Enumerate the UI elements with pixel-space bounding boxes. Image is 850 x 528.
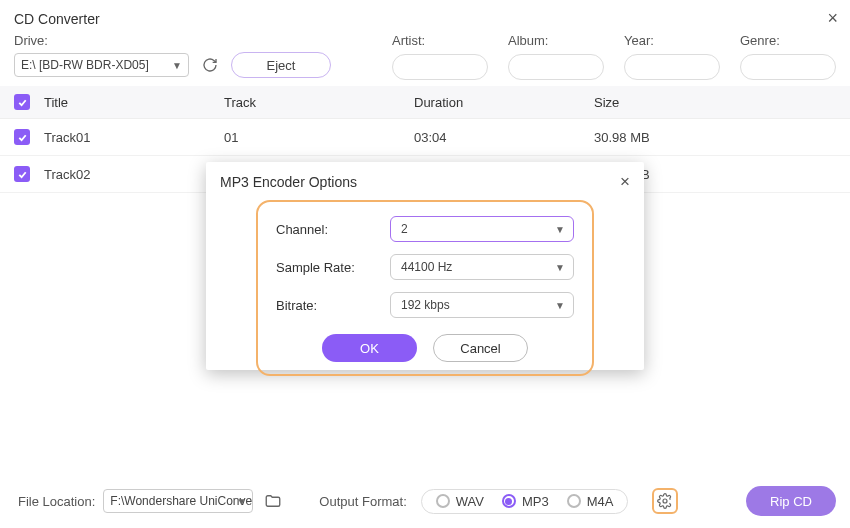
radio-icon — [436, 494, 450, 508]
open-folder-button[interactable] — [263, 492, 283, 510]
album-label: Album: — [508, 33, 604, 48]
radio-icon — [567, 494, 581, 508]
sample-rate-label: Sample Rate: — [276, 260, 370, 275]
rip-cd-button[interactable]: Rip CD — [746, 486, 836, 516]
channel-label: Channel: — [276, 222, 370, 237]
cell-title: Track02 — [44, 167, 224, 182]
encoder-options-dialog: MP3 Encoder Options × Channel: 2 ▼ Sampl… — [206, 162, 644, 370]
eject-button[interactable]: Eject — [231, 52, 331, 78]
channel-value: 2 — [401, 222, 408, 236]
file-location-label: File Location: — [18, 494, 95, 509]
genre-label: Genre: — [740, 33, 836, 48]
col-size: Size — [594, 95, 836, 110]
chevron-down-icon: ▼ — [555, 224, 565, 235]
select-all-checkbox[interactable] — [14, 94, 30, 110]
format-mp3-radio[interactable]: MP3 — [502, 494, 549, 509]
chevron-down-icon: ▼ — [555, 300, 565, 311]
drive-select[interactable]: E:\ [BD-RW BDR-XD05] ▼ — [14, 53, 189, 77]
col-title: Title — [44, 95, 224, 110]
cell-duration: 03:04 — [414, 130, 594, 145]
gear-icon — [657, 493, 673, 509]
eject-label: Eject — [267, 58, 296, 73]
drive-value: E:\ [BD-RW BDR-XD05] — [21, 58, 149, 72]
refresh-button[interactable] — [199, 54, 221, 76]
chevron-down-icon: ▼ — [555, 262, 565, 273]
year-label: Year: — [624, 33, 720, 48]
chevron-down-icon: ▼ — [236, 496, 246, 507]
cancel-label: Cancel — [460, 341, 500, 356]
rip-cd-label: Rip CD — [770, 494, 812, 509]
format-wav-label: WAV — [456, 494, 484, 509]
row-checkbox[interactable] — [14, 129, 30, 145]
artist-label: Artist: — [392, 33, 488, 48]
output-format-group: WAV MP3 M4A — [421, 489, 629, 514]
ok-button[interactable]: OK — [322, 334, 417, 362]
ok-label: OK — [360, 341, 379, 356]
table-head: Title Track Duration Size — [0, 86, 850, 119]
radio-icon — [502, 494, 516, 508]
cell-size: 30.98 MB — [594, 130, 836, 145]
table-row[interactable]: Track01 01 03:04 30.98 MB — [0, 119, 850, 156]
format-mp3-label: MP3 — [522, 494, 549, 509]
format-m4a-radio[interactable]: M4A — [567, 494, 614, 509]
sample-rate-select[interactable]: 44100 Hz ▼ — [390, 254, 574, 280]
bitrate-select[interactable]: 192 kbps ▼ — [390, 292, 574, 318]
svg-point-0 — [663, 499, 667, 503]
chevron-down-icon: ▼ — [172, 60, 182, 71]
output-format-label: Output Format: — [319, 494, 406, 509]
row-checkbox[interactable] — [14, 166, 30, 182]
bitrate-value: 192 kbps — [401, 298, 450, 312]
genre-input[interactable] — [740, 54, 836, 80]
format-m4a-label: M4A — [587, 494, 614, 509]
window-title: CD Converter — [14, 11, 100, 27]
dialog-title: MP3 Encoder Options — [220, 174, 357, 190]
channel-select[interactable]: 2 ▼ — [390, 216, 574, 242]
album-input[interactable] — [508, 54, 604, 80]
cell-title: Track01 — [44, 130, 224, 145]
col-track: Track — [224, 95, 414, 110]
file-location-value: F:\Wondershare UniConverter — [110, 494, 253, 508]
format-wav-radio[interactable]: WAV — [436, 494, 484, 509]
refresh-icon — [202, 57, 218, 73]
bitrate-label: Bitrate: — [276, 298, 370, 313]
close-icon[interactable]: × — [827, 8, 838, 29]
sample-rate-value: 44100 Hz — [401, 260, 452, 274]
artist-input[interactable] — [392, 54, 488, 80]
drive-label: Drive: — [14, 33, 332, 48]
file-location-select[interactable]: F:\Wondershare UniConverter ▼ — [103, 489, 253, 513]
cell-track: 01 — [224, 130, 414, 145]
dialog-close-icon[interactable]: × — [620, 172, 630, 192]
year-input[interactable] — [624, 54, 720, 80]
cancel-button[interactable]: Cancel — [433, 334, 528, 362]
col-duration: Duration — [414, 95, 594, 110]
encoder-settings-button[interactable] — [652, 488, 678, 514]
folder-icon — [263, 492, 283, 510]
